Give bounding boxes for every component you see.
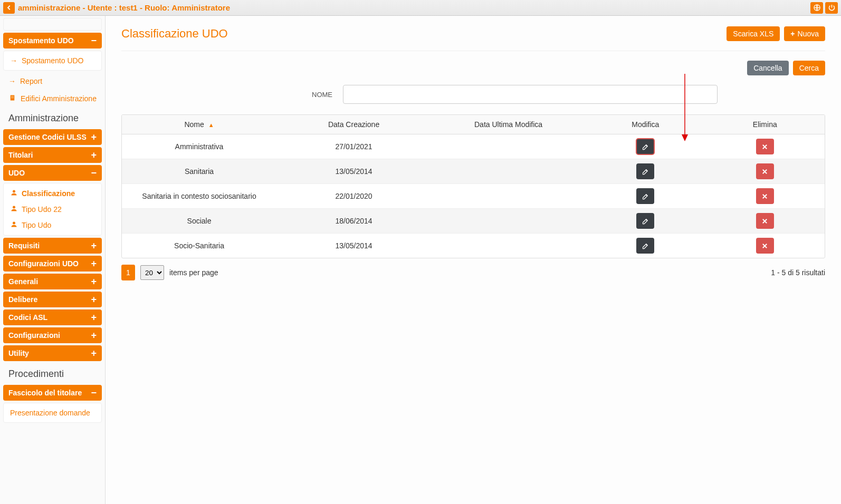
sidebar-panel-label: Titolari bbox=[8, 151, 33, 159]
sidebar-panel-requisiti[interactable]: Requisiti + bbox=[3, 238, 102, 254]
edit-button[interactable] bbox=[636, 213, 654, 229]
edit-button[interactable] bbox=[636, 139, 654, 154]
col-elimina: Elimina bbox=[705, 115, 825, 134]
download-xls-button[interactable]: Scarica XLS bbox=[727, 26, 780, 41]
cell-nome: Sociale bbox=[122, 209, 276, 234]
sidebar-item-report[interactable]: → Report bbox=[2, 73, 103, 90]
power-icon[interactable] bbox=[825, 2, 838, 14]
sidebar-item-tipo-udo-22[interactable]: Tipo Udo 22 bbox=[4, 201, 101, 217]
plus-icon: + bbox=[91, 277, 97, 286]
table-row: Amministrativa27/01/2021 bbox=[122, 134, 825, 159]
plus-icon: + bbox=[91, 259, 97, 268]
sidebar-panel-label: Generali bbox=[8, 277, 38, 286]
delete-button[interactable] bbox=[756, 188, 774, 204]
sidebar-panel-delibere[interactable]: Delibere + bbox=[3, 292, 102, 307]
globe-icon[interactable] bbox=[810, 2, 823, 14]
app-title: amministrazione - Utente : test1 - Ruolo… bbox=[18, 3, 230, 12]
svg-rect-5 bbox=[13, 98, 13, 98]
arrow-right-icon: → bbox=[10, 56, 17, 65]
sidebar-panel-label: Spostamento UDO bbox=[8, 36, 74, 45]
pager: 1 20 items per page 1 - 5 di 5 risultati bbox=[121, 265, 825, 280]
sidebar-panel-spostamento[interactable]: Spostamento UDO − bbox=[3, 33, 102, 49]
delete-button[interactable] bbox=[756, 139, 774, 154]
sidebar-item-label: Tipo Udo bbox=[22, 221, 51, 229]
sidebar-item-label: Edifici Amministrazione bbox=[21, 94, 97, 103]
page-title: Classificazione UDO bbox=[121, 27, 228, 41]
edit-button[interactable] bbox=[636, 188, 654, 204]
search-button[interactable]: Cerca bbox=[793, 61, 825, 75]
minus-icon: − bbox=[91, 168, 97, 178]
topbar: amministrazione - Utente : test1 - Ruolo… bbox=[0, 0, 841, 16]
svg-rect-1 bbox=[11, 95, 15, 101]
plus-icon: + bbox=[91, 313, 97, 322]
col-nome[interactable]: Nome ▲ bbox=[122, 115, 276, 134]
cell-creazione: 27/01/2021 bbox=[276, 134, 431, 159]
sidebar-item-spostamento-udo[interactable]: → Spostamento UDO bbox=[4, 53, 101, 68]
sidebar-panel-label: Requisiti bbox=[8, 241, 40, 250]
edit-button[interactable] bbox=[636, 238, 654, 254]
user-icon bbox=[10, 189, 17, 198]
sidebar-panel-fascicolo[interactable]: Fascicolo del titolare − bbox=[3, 385, 102, 401]
new-button[interactable]: + Nuova bbox=[784, 26, 825, 41]
items-per-page-label: items per page bbox=[169, 268, 218, 277]
sidebar-item-classificazione[interactable]: Classificazione bbox=[4, 186, 101, 201]
plus-icon: + bbox=[790, 30, 795, 38]
plus-icon: + bbox=[91, 295, 97, 304]
sidebar-panel-label: Delibere bbox=[8, 295, 37, 304]
cell-nome: Amministrativa bbox=[122, 134, 276, 159]
sidebar-item-label: Spostamento UDO bbox=[22, 56, 84, 65]
sidebar-item-presentazione-domande[interactable]: Presentazione domande bbox=[4, 405, 101, 420]
col-data-modifica[interactable]: Data Ultima Modifica bbox=[431, 115, 586, 134]
sort-asc-icon: ▲ bbox=[208, 122, 214, 128]
sidebar-panel-label: Configurazioni UDO bbox=[8, 259, 79, 268]
delete-button[interactable] bbox=[756, 238, 774, 254]
edit-button[interactable] bbox=[636, 163, 654, 179]
sidebar-section-procedimenti: Procedimenti bbox=[2, 363, 103, 383]
sidebar-panel-label: Configurazioni bbox=[8, 331, 60, 340]
plus-icon: + bbox=[91, 150, 97, 160]
plus-icon: + bbox=[91, 132, 97, 142]
sidebar-panel-utility[interactable]: Utility + bbox=[3, 345, 102, 361]
cell-modifica bbox=[431, 234, 586, 258]
user-icon bbox=[10, 205, 17, 214]
cell-nome: Socio-Sanitaria bbox=[122, 234, 276, 258]
delete-button[interactable] bbox=[756, 213, 774, 229]
sidebar-panel-label: UDO bbox=[8, 169, 25, 177]
sidebar-panel-udo[interactable]: UDO − bbox=[3, 165, 102, 181]
cell-modifica bbox=[431, 159, 586, 184]
sidebar-item-edifici[interactable]: Edifici Amministrazione bbox=[2, 90, 103, 108]
cancel-button[interactable]: Cancella bbox=[747, 61, 788, 75]
sidebar-panel-configurazioni-udo[interactable]: Configurazioni UDO + bbox=[3, 256, 102, 272]
sidebar-item-tipo-udo[interactable]: Tipo Udo bbox=[4, 217, 101, 233]
cell-nome: Sanitaria in contesto sociosanitario bbox=[122, 184, 276, 209]
table-row: Sociale18/06/2014 bbox=[122, 209, 825, 234]
nome-input[interactable] bbox=[343, 85, 718, 104]
results-table: Nome ▲ Data Creazione Data Ultima Modifi… bbox=[121, 114, 825, 258]
cell-creazione: 13/05/2014 bbox=[276, 234, 431, 258]
user-icon bbox=[10, 220, 17, 230]
building-icon bbox=[8, 94, 16, 103]
cell-modifica bbox=[431, 134, 586, 159]
sidebar-panel-label: Codici ASL bbox=[8, 313, 47, 322]
plus-icon: + bbox=[91, 331, 97, 340]
col-data-creazione[interactable]: Data Creazione bbox=[276, 115, 431, 134]
current-page[interactable]: 1 bbox=[121, 265, 135, 280]
minus-icon: − bbox=[91, 36, 97, 45]
sidebar-panel-configurazioni[interactable]: Configurazioni + bbox=[3, 327, 102, 343]
plus-icon: + bbox=[91, 241, 97, 250]
sidebar-collapse-button[interactable] bbox=[3, 2, 15, 14]
cell-modifica bbox=[431, 209, 586, 234]
sidebar: Spostamento UDO − → Spostamento UDO → Re… bbox=[0, 16, 106, 504]
sidebar-panel-gestione-codici[interactable]: Gestione Codici ULSS + bbox=[3, 129, 102, 145]
svg-point-6 bbox=[13, 190, 15, 193]
sidebar-panel-generali[interactable]: Generali + bbox=[3, 274, 102, 289]
cell-nome: Sanitaria bbox=[122, 159, 276, 184]
cell-modifica bbox=[431, 184, 586, 209]
main-content: Classificazione UDO Scarica XLS + Nuova … bbox=[106, 16, 841, 504]
page-size-select[interactable]: 20 bbox=[140, 265, 164, 280]
delete-button[interactable] bbox=[756, 163, 774, 179]
sidebar-item-label: Classificazione bbox=[22, 189, 75, 198]
table-row: Sanitaria13/05/2014 bbox=[122, 159, 825, 184]
sidebar-panel-codici-asl[interactable]: Codici ASL + bbox=[3, 309, 102, 325]
sidebar-panel-titolari[interactable]: Titolari + bbox=[3, 147, 102, 163]
